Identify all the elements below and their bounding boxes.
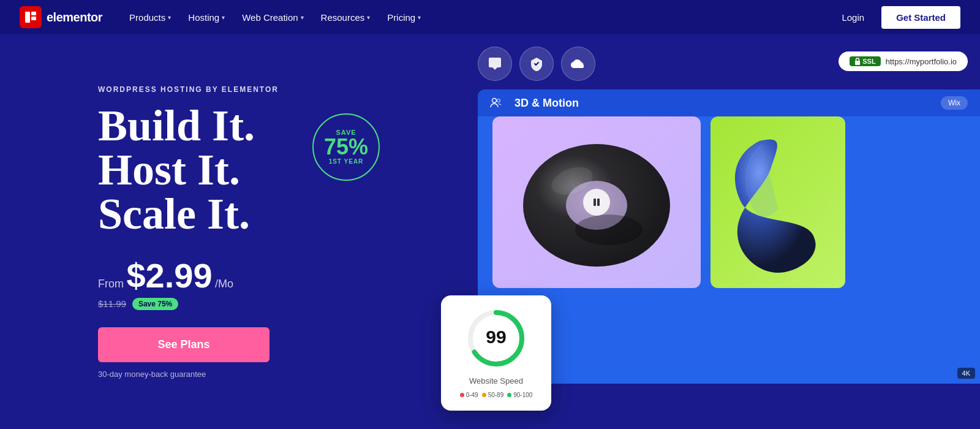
image-card-2: 4K [710, 116, 845, 288]
legend-dot-mid [482, 393, 486, 397]
money-back-guarantee: 30-day money-back guarantee [98, 370, 380, 379]
browser-tab-users [490, 97, 502, 108]
svg-rect-10 [594, 199, 596, 206]
browser-tab-bar: 3D & Motion Wix [478, 89, 980, 116]
price-original: $11.99 [98, 298, 126, 309]
svg-rect-3 [855, 61, 860, 65]
legend-item-high: 90-100 [507, 392, 532, 398]
ssl-url: https://myportfolio.io [886, 57, 957, 66]
svg-rect-1 [31, 12, 36, 15]
see-plans-button[interactable]: See Plans [98, 327, 270, 362]
nav-resources[interactable]: Resources ▾ [314, 7, 378, 28]
speech-bubble-icon [478, 47, 512, 81]
speed-label: Website Speed [453, 376, 539, 385]
svg-rect-11 [597, 199, 600, 206]
image-card-1 [492, 116, 701, 288]
svg-point-9 [575, 214, 643, 245]
headline-text: Build It. Host It. Scale It. [98, 104, 298, 236]
motion-label: 3D & Motion [514, 97, 579, 110]
svg-rect-2 [31, 17, 36, 20]
chevron-down-icon: ▾ [367, 14, 370, 21]
speed-card: 99 Website Speed 0-49 50-89 90-10 [441, 295, 551, 411]
hero-subtitle: WORDPRESS HOSTING BY ELEMENTOR [98, 85, 380, 94]
price-from-label: From [98, 278, 124, 290]
login-button[interactable]: Login [834, 7, 872, 28]
price-section: From $2.99 /Mo $11.99 Save 75% [98, 256, 380, 310]
svg-text:99: 99 [486, 327, 506, 347]
get-started-button[interactable]: Get Started [881, 6, 960, 29]
svg-point-5 [497, 99, 500, 102]
speed-legend: 0-49 50-89 90-100 [453, 392, 539, 398]
chevron-down-icon: ▾ [301, 14, 304, 21]
logo[interactable]: elementor [20, 6, 102, 28]
chevron-down-icon: ▾ [418, 14, 421, 21]
logo-icon [20, 6, 42, 28]
browser-card: 3D & Motion Wix [478, 89, 980, 384]
legend-dot-low [460, 393, 464, 397]
cloud-icon [561, 47, 595, 81]
save-year: 1ST YEAR [329, 158, 364, 165]
hero-section: WORDPRESS HOSTING BY ELEMENTOR Build It.… [0, 34, 417, 429]
headline-group: Build It. Host It. Scale It. SAVE 75% 1S… [98, 104, 380, 236]
price-mo: /Mo [215, 278, 233, 290]
top-icons [478, 47, 595, 81]
svg-rect-0 [25, 12, 30, 23]
pause-button[interactable] [583, 189, 610, 216]
chevron-down-icon: ▾ [222, 14, 225, 21]
legend-item-low: 0-49 [460, 392, 478, 398]
legend-dot-high [507, 393, 511, 397]
nav-items: Products ▾ Hosting ▾ Web Creation ▾ Reso… [122, 7, 834, 28]
chevron-down-icon: ▾ [168, 14, 171, 21]
images-row: 4K [478, 116, 980, 300]
ssl-bar: SSL https://myportfolio.io [839, 51, 968, 71]
logo-text: elementor [47, 10, 102, 25]
nav-web-creation[interactable]: Web Creation ▾ [235, 7, 311, 28]
nav-hosting[interactable]: Hosting ▾ [181, 7, 232, 28]
main-content: WORDPRESS HOSTING BY ELEMENTOR Build It.… [0, 34, 980, 429]
shield-icon [519, 47, 554, 81]
nav-right: Login Get Started [834, 6, 960, 29]
svg-point-4 [492, 99, 497, 103]
price-original-row: $11.99 Save 75% [98, 298, 380, 310]
navbar: elementor Products ▾ Hosting ▾ Web Creat… [0, 0, 980, 34]
price-amount: $2.99 [126, 256, 212, 295]
visual-area: 3D & Motion Wix [441, 89, 980, 429]
save-chip: Save 75% [132, 298, 178, 310]
legend-item-mid: 50-89 [482, 392, 504, 398]
save-badge: SAVE 75% 1ST YEAR [312, 113, 380, 181]
headline-line2: Host It. Scale It. [98, 148, 298, 236]
speed-ring: 99 [453, 308, 539, 369]
hero-visual: SSL https://myportfolio.io 3D [417, 34, 980, 429]
nav-pricing[interactable]: Pricing ▾ [380, 7, 428, 28]
save-percent: 75% [324, 136, 368, 158]
nav-products[interactable]: Products ▾ [122, 7, 178, 28]
ssl-badge: SSL [850, 56, 880, 66]
headline-line1: Build It. [98, 104, 298, 148]
